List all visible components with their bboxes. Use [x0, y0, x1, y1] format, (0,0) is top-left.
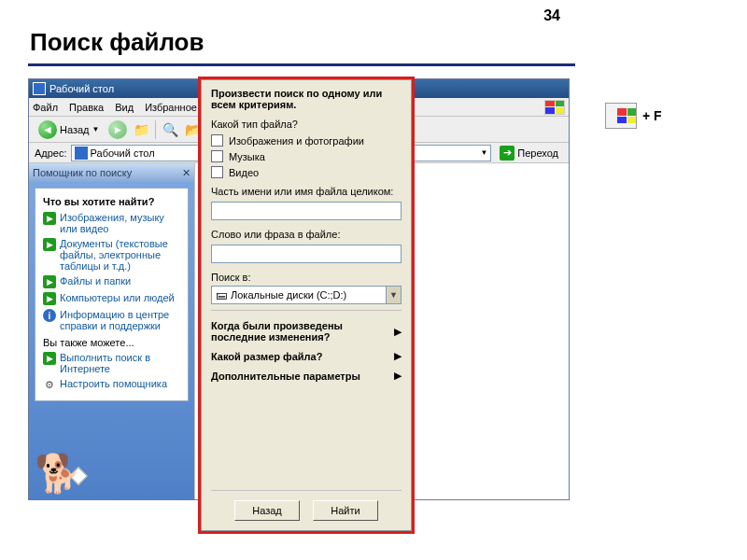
search-sidebar: Помощник по поиску ✕ Что вы хотите найти… — [29, 163, 195, 499]
sidebar-header: Помощник по поиску ✕ — [29, 163, 194, 182]
go-button[interactable]: ➔ Переход — [495, 145, 563, 161]
checkbox-icon — [211, 150, 223, 162]
opt-label: Изображения, музыку или видео — [60, 212, 180, 234]
chevron-right-icon: ▶ — [394, 370, 402, 382]
search-icon[interactable]: 🔍 — [162, 121, 178, 138]
back-button[interactable]: ◄ Назад ▼ — [35, 119, 103, 141]
filename-input[interactable] — [211, 202, 402, 220]
opt-label: Компьютеры или людей — [60, 292, 175, 303]
arrow-icon: ▶ — [43, 292, 56, 305]
chevron-right-icon: ▶ — [394, 350, 402, 362]
arrow-icon: ▶ — [43, 238, 56, 251]
window-title: Рабочий стол — [49, 83, 114, 94]
search-dialog: Произвести поиск по одному или всем крит… — [201, 79, 412, 531]
drive-icon: 🖴 — [216, 288, 227, 301]
arrow-icon: ▶ — [43, 275, 56, 288]
menu-favorites[interactable]: Избранное — [145, 102, 197, 113]
go-arrow-icon: ➔ — [500, 146, 514, 161]
search-option-computers[interactable]: ▶Компьютеры или людей — [43, 292, 180, 305]
menu-file[interactable]: Файл — [33, 102, 58, 113]
check-music[interactable]: Музыка — [211, 150, 402, 162]
info-icon: i — [43, 309, 56, 322]
check-video[interactable]: Видео — [211, 166, 402, 178]
dialog-divider — [211, 310, 402, 311]
name-label: Часть имени или имя файла целиком: — [211, 186, 402, 197]
lookin-label: Поиск в: — [211, 272, 402, 283]
configure-assistant[interactable]: ⚙Настроить помощника — [43, 378, 180, 391]
type-label: Какой тип файла? — [211, 119, 402, 130]
lookin-select[interactable]: 🖴 Локальные диски (C:;D:) ▼ — [211, 286, 402, 304]
back-button[interactable]: Назад — [234, 500, 300, 521]
toolbar-separator — [155, 120, 156, 139]
search-option-media[interactable]: ▶Изображения, музыку или видео — [43, 212, 180, 234]
page-number: 34 — [543, 7, 560, 24]
title-divider — [28, 63, 575, 66]
chevron-right-icon: ▶ — [394, 326, 402, 338]
expand-advanced[interactable]: Дополнительные параметры▶ — [211, 370, 402, 382]
opt-label: Настроить помощника — [60, 378, 167, 389]
arrow-icon: ▶ — [43, 352, 56, 365]
desktop-icon — [75, 147, 88, 160]
expand-modified[interactable]: Когда были произведены последние изменен… — [211, 320, 402, 343]
up-folder-icon[interactable]: 📁 — [133, 121, 149, 138]
expand-label: Когда были произведены последние изменен… — [211, 320, 388, 343]
check-label: Музыка — [229, 151, 265, 162]
address-label: Адрес: — [35, 147, 67, 159]
search-option-files[interactable]: ▶Файлы и папки — [43, 275, 180, 288]
sidebar-header-label: Помощник по поиску — [33, 167, 132, 178]
search-option-documents[interactable]: ▶Документы (текстовые файлы, электронные… — [43, 238, 180, 272]
search-internet[interactable]: ▶Выполнить поиск в Интернете — [43, 352, 180, 374]
gear-icon: ⚙ — [43, 378, 56, 391]
back-arrow-icon: ◄ — [38, 120, 57, 139]
check-images[interactable]: Изображения и фотографии — [211, 134, 402, 147]
word-label: Слово или фраза в файле: — [211, 229, 402, 240]
expand-label: Какой размер файла? — [211, 351, 388, 362]
lookin-value: Локальные диски (C:;D:) — [231, 289, 346, 301]
expand-label: Дополнительные параметры — [211, 371, 388, 382]
opt-label: Информацию в центре справки и поддержки — [60, 309, 180, 331]
search-dialog-highlight: Произвести поиск по одному или всем крит… — [198, 77, 415, 534]
address-value: Рабочий стол — [91, 147, 155, 159]
windows-flag-icon — [544, 100, 565, 115]
go-label: Переход — [517, 147, 558, 159]
shortcut-hint: + F — [605, 103, 662, 129]
search-assistant-box: Что вы хотите найти? ▶Изображения, музык… — [35, 188, 189, 401]
expand-size[interactable]: Какой размер файла?▶ — [211, 350, 402, 362]
window-icon — [33, 82, 46, 95]
plus-f-label: + F — [642, 108, 662, 123]
opt-label: Выполнить поиск в Интернете — [60, 352, 180, 374]
opt-label: Файлы и папки — [60, 275, 131, 287]
search-dog-icon: 🐕 — [35, 452, 81, 496]
also-label: Вы также можете... — [43, 337, 180, 348]
windows-key-icon — [605, 103, 637, 129]
arrow-icon: ▶ — [43, 212, 56, 225]
check-label: Видео — [229, 167, 259, 178]
menu-edit[interactable]: Правка — [69, 102, 104, 113]
search-option-help[interactable]: iИнформацию в центре справки и поддержки — [43, 309, 180, 331]
dialog-headline: Произвести поиск по одному или всем крит… — [211, 88, 402, 110]
checkbox-icon — [211, 134, 223, 147]
page-title: Поиск файлов — [30, 28, 204, 57]
back-label: Назад — [60, 124, 90, 135]
search-question: Что вы хотите найти? — [43, 196, 180, 207]
word-input[interactable] — [211, 245, 402, 263]
menu-view[interactable]: Вид — [115, 102, 134, 113]
checkbox-icon — [211, 166, 223, 178]
forward-button[interactable]: ► — [108, 120, 127, 139]
sidebar-close-icon[interactable]: ✕ — [182, 167, 190, 179]
find-button[interactable]: Найти — [313, 500, 378, 521]
opt-label: Документы (текстовые файлы, электронные … — [60, 238, 180, 272]
dropdown-icon: ▼ — [386, 287, 401, 303]
check-label: Изображения и фотографии — [229, 135, 364, 147]
